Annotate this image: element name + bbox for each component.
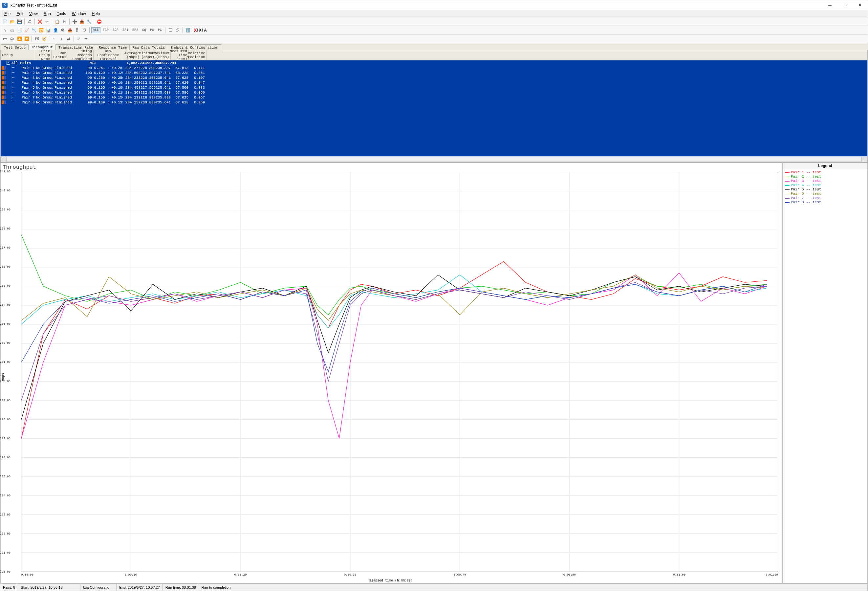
toolbar3-btn-2[interactable]: 🔼 xyxy=(16,35,23,42)
grid-horizontal-scrollbar[interactable] xyxy=(1,156,867,161)
toolbar1-btn-0[interactable]: 📄 xyxy=(1,18,8,25)
status-runtime: Run time: 00:01:09 xyxy=(163,584,199,591)
filter-sq[interactable]: SQ xyxy=(140,27,148,33)
menu-edit[interactable]: Edit xyxy=(14,11,26,17)
grid-body[interactable]: −All Pairs7931,858.231226.308237.741├─Pa… xyxy=(1,61,867,156)
toolbar2-icon-0[interactable]: ↘ xyxy=(1,27,8,34)
table-row[interactable]: ├─Pair 1No GroupFinished99-0.261 : +0.26… xyxy=(1,65,867,70)
filter-ep2[interactable]: EP2 xyxy=(131,27,140,33)
toolbar2-icon-11[interactable]: ⏱ xyxy=(81,27,88,34)
filter-tcp[interactable]: TCP xyxy=(101,27,110,33)
toolbar2-icon-7[interactable]: 👤 xyxy=(52,27,59,34)
table-row[interactable]: ├─Pair 2No GroupFinished100-0.120 : +0.1… xyxy=(1,70,867,75)
toolbar2-trailing-2[interactable]: 🗗 xyxy=(174,27,181,34)
series-line xyxy=(21,282,767,400)
table-row[interactable]: ├─Pair 6No GroupFinished99-0.118 : +0.11… xyxy=(1,90,867,95)
col-maximum[interactable]: Maximum(Mbps) xyxy=(156,50,171,60)
menu-view[interactable]: View xyxy=(27,11,40,17)
toolbar2-icon-5[interactable]: 🔁 xyxy=(38,27,44,34)
legend-item[interactable]: Pair 7 -- test xyxy=(785,196,865,200)
ytick-label: 224.00 xyxy=(0,494,10,498)
col-group[interactable]: Group xyxy=(1,50,35,60)
menu-run[interactable]: Run xyxy=(41,11,53,17)
summary-row[interactable]: −All Pairs7931,858.231226.308237.741 xyxy=(1,61,867,65)
toolbar3-btn-1[interactable]: 🗂 xyxy=(9,35,15,42)
status-config: Ixia Configuratio xyxy=(80,584,117,591)
toolbar3-btn-3[interactable]: 🔽 xyxy=(23,35,30,42)
toolbar2-trailing-1[interactable]: 🗔 xyxy=(167,27,174,34)
toolbar1-btn-13[interactable]: 📥 xyxy=(78,18,85,25)
legend-item[interactable]: Pair 4 -- test xyxy=(785,183,865,188)
col-run-status[interactable]: Run Status xyxy=(52,50,68,60)
toolbar2-icon-3[interactable]: 📈 xyxy=(23,27,30,34)
legend-title: Legend xyxy=(783,163,867,169)
legend-item[interactable]: Pair 1 -- test xyxy=(785,170,865,175)
toolbar3-btn-0[interactable]: 🗃 xyxy=(1,35,8,42)
ytick-label: 223.00 xyxy=(0,513,10,516)
table-row[interactable]: ├─Pair 4No GroupFinished99-0.109 : +0.10… xyxy=(1,80,867,85)
legend-item[interactable]: Pair 2 -- test xyxy=(785,175,865,179)
toolbar3-btn-6[interactable]: 🧭 xyxy=(41,35,47,42)
toolbar1-btn-12[interactable]: ➕ xyxy=(71,18,78,25)
toolbar3-btn-13[interactable]: ➡ xyxy=(83,35,89,42)
toolbar2-icon-10[interactable]: 🎛 xyxy=(74,27,80,34)
toolbar2-icon-6[interactable]: 📊 xyxy=(45,27,52,34)
minimize-button[interactable]: — xyxy=(822,0,837,10)
filter-pc[interactable]: PC xyxy=(156,27,164,33)
col-confidence-interval[interactable]: 95% ConfidenceInterval xyxy=(94,50,123,60)
col-relative-precision[interactable]: RelativePrecision xyxy=(189,50,207,60)
menu-tools[interactable]: Tools xyxy=(54,11,69,17)
legend-body: Pair 1 -- testPair 2 -- testPair 3 -- te… xyxy=(783,169,867,583)
filter-pg[interactable]: PG xyxy=(148,27,156,33)
collapse-icon[interactable]: − xyxy=(7,61,10,65)
menu-window[interactable]: Window xyxy=(69,11,89,17)
separator xyxy=(24,19,25,25)
toolbar3-btn-10[interactable]: ⇄ xyxy=(65,35,72,42)
table-row[interactable]: ├─Pair 5No GroupFinished99-0.195 : +0.19… xyxy=(1,85,867,90)
col-timing-records[interactable]: Timing RecordsCompleted xyxy=(68,50,94,60)
filter-all[interactable]: ALL xyxy=(91,27,100,33)
close-button[interactable]: ✕ xyxy=(853,0,868,10)
ytick-label: 231.00 xyxy=(0,361,10,364)
tab-throughput[interactable]: Throughput xyxy=(28,44,56,50)
filter-scr[interactable]: SCR xyxy=(111,27,120,33)
menu-file[interactable]: File xyxy=(1,11,13,17)
toolbar2-icon-4[interactable]: 📉 xyxy=(31,27,37,34)
toolbar1-btn-6[interactable]: ❌ xyxy=(37,18,43,25)
toolbar2-icon-1[interactable]: 🗂 xyxy=(9,27,15,34)
toolbar2-trailing-4[interactable]: ℹ️ xyxy=(185,27,191,34)
tab-test-setup[interactable]: Test Setup xyxy=(1,44,28,50)
toolbar3-btn-9[interactable]: ↕ xyxy=(58,35,65,42)
toolbar1-btn-16[interactable]: ⛔ xyxy=(96,18,102,25)
ytick-label: 220.00 xyxy=(0,570,10,573)
toolbar3-btn-12[interactable]: ⤢ xyxy=(75,35,82,42)
col-pair-group-name[interactable]: Pair GroupName xyxy=(35,50,52,60)
chart-plot-area[interactable] xyxy=(21,172,778,572)
toolbar3-btn-5[interactable]: 🗺 xyxy=(34,35,40,42)
filter-ep1[interactable]: EP1 xyxy=(121,27,130,33)
toolbar2-icon-8[interactable]: 🛠 xyxy=(59,27,66,34)
toolbar3-btn-8[interactable]: ↔ xyxy=(51,35,58,42)
toolbar1-btn-10[interactable]: ⎘ xyxy=(61,18,68,25)
toolbar1-btn-4[interactable]: 🖨 xyxy=(26,18,33,25)
toolbar2-icon-2[interactable]: 📑 xyxy=(16,27,23,34)
table-row[interactable]: ├─Pair 7No GroupFinished99-0.156 : +0.15… xyxy=(1,95,867,100)
toolbar1-btn-2[interactable]: 💾 xyxy=(16,18,23,25)
toolbar1-btn-14[interactable]: 🔧 xyxy=(86,18,92,25)
legend-item[interactable]: Pair 8 -- test xyxy=(785,200,865,205)
tab-raw-data-totals[interactable]: Raw Data Totals xyxy=(129,44,168,50)
toolbar1-btn-9[interactable]: 📋 xyxy=(54,18,61,25)
legend-item[interactable]: Pair 5 -- test xyxy=(785,188,865,192)
legend-item[interactable]: Pair 6 -- test xyxy=(785,192,865,196)
legend-item[interactable]: Pair 3 -- test xyxy=(785,179,865,183)
col-average[interactable]: Average(Mbps) xyxy=(123,50,141,60)
legend-pane: Legend Pair 1 -- testPair 2 -- testPair … xyxy=(782,163,868,584)
maximize-button[interactable]: ☐ xyxy=(837,0,853,10)
toolbar1-btn-1[interactable]: 📂 xyxy=(9,18,15,25)
toolbar2-icon-9[interactable]: 📥 xyxy=(66,27,73,34)
table-row[interactable]: ├─Pair 3No GroupFinished99-0.250 : +0.25… xyxy=(1,75,867,80)
table-row[interactable]: └─Pair 8No GroupFinished99-0.139 : +0.13… xyxy=(1,100,867,105)
toolbar1-btn-7[interactable]: ↩ xyxy=(44,18,50,25)
menu-help[interactable]: Help xyxy=(89,11,103,17)
ytick-label: 229.00 xyxy=(0,399,10,402)
